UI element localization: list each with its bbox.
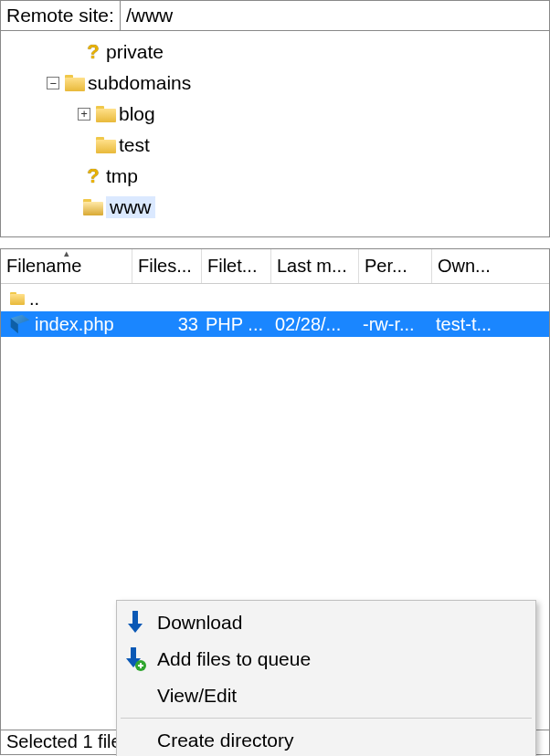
cell-owner: test-t... <box>432 314 524 335</box>
sort-asc-icon: ▴ <box>64 249 69 259</box>
queue-icon <box>122 647 148 671</box>
menu-item-label: View/Edit <box>157 685 237 707</box>
remote-path-input[interactable] <box>121 1 549 30</box>
unknown-folder-icon: ? <box>83 166 103 186</box>
tree-item-blog[interactable]: +blog <box>1 99 549 130</box>
table-row[interactable]: index.php33PHP ...02/28/...-rw-r...test-… <box>1 311 549 337</box>
php-file-icon <box>10 314 30 334</box>
column-modified[interactable]: Last m... <box>271 249 359 283</box>
column-filetype[interactable]: Filet... <box>202 249 271 283</box>
folder-icon <box>83 199 103 215</box>
folder-icon <box>65 75 85 91</box>
menu-item-create-dir[interactable]: Create directory <box>117 722 535 756</box>
tree-item-private[interactable]: ?private <box>1 37 549 68</box>
remote-file-list[interactable]: ▴ Filename Files... Filet... Last m... P… <box>0 248 550 730</box>
menu-item-add-queue[interactable]: Add files to queue <box>117 641 535 677</box>
menu-separator <box>121 718 532 719</box>
remote-tree[interactable]: ?private−subdomains+blogtest?tmpwww <box>0 31 550 237</box>
tree-item-label: subdomains <box>88 72 191 94</box>
menu-item-label: Create directory <box>157 730 293 751</box>
remote-site-label: Remote site: <box>1 1 121 30</box>
column-filename-label: Filename <box>6 256 81 277</box>
folder-up-icon <box>10 292 25 305</box>
folder-icon <box>96 137 116 153</box>
cell-modified: 02/28/... <box>271 314 359 335</box>
download-icon <box>122 611 148 635</box>
column-owner[interactable]: Own... <box>432 249 524 283</box>
context-menu: DownloadAdd files to queueView/EditCreat… <box>116 600 536 756</box>
menu-item-download[interactable]: Download <box>117 604 535 641</box>
cell-permissions: -rw-r... <box>359 314 432 335</box>
tree-item-tmp[interactable]: ?tmp <box>1 161 549 192</box>
column-filename[interactable]: ▴ Filename <box>1 249 132 283</box>
tree-item-test[interactable]: test <box>1 130 549 161</box>
menu-item-label: Download <box>157 612 242 634</box>
menu-item-view-edit[interactable]: View/Edit <box>117 677 535 714</box>
column-permissions[interactable]: Per... <box>359 249 432 283</box>
tree-item-label: private <box>106 41 164 63</box>
tree-item-subdomains[interactable]: −subdomains <box>1 68 549 99</box>
tree-item-label: tmp <box>106 165 138 187</box>
file-list-header: ▴ Filename Files... Filet... Last m... P… <box>1 249 549 284</box>
expand-icon[interactable]: + <box>78 108 90 121</box>
folder-icon <box>96 106 116 122</box>
unknown-folder-icon: ? <box>83 42 103 62</box>
tree-item-www[interactable]: www <box>1 192 549 223</box>
file-name: index.php <box>35 314 114 335</box>
remote-site-bar: Remote site: <box>0 0 550 31</box>
cell-size: 33 <box>132 314 202 335</box>
collapse-icon[interactable]: − <box>47 77 59 89</box>
column-filesize[interactable]: Files... <box>132 249 202 283</box>
tree-item-label: test <box>119 134 150 156</box>
tree-item-label: www <box>106 196 155 218</box>
cell-type: PHP ... <box>202 314 271 335</box>
tree-item-label: blog <box>119 103 155 125</box>
parent-directory-label: .. <box>29 289 39 310</box>
menu-item-label: Add files to queue <box>157 648 311 670</box>
parent-directory-row[interactable]: .. <box>1 286 549 311</box>
